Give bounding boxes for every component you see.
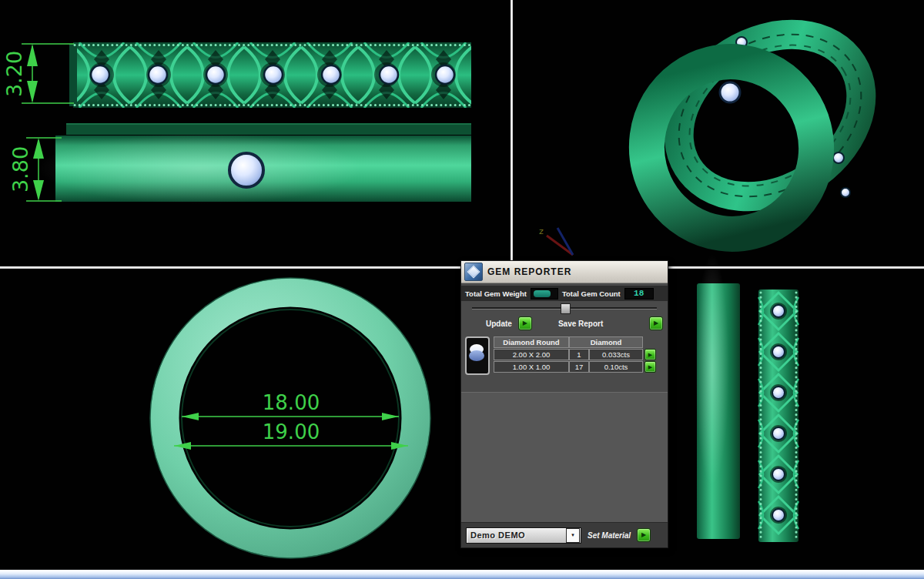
play-icon: ▶ <box>654 320 658 326</box>
gem-table-section: Diamond Round Diamond 2.00 X 2.00 1 0.03… <box>461 333 668 387</box>
total-gem-weight-value <box>531 288 558 300</box>
cad-workspace: 3.20 3.80 <box>0 0 924 579</box>
gem-table: Diamond Round Diamond 2.00 X 2.00 1 0.03… <box>494 336 664 387</box>
count-value-text: 18 <box>634 289 644 298</box>
total-gem-count-value: 18 <box>624 288 654 300</box>
dialog-empty-area <box>461 392 668 522</box>
column-header-material[interactable]: Diamond <box>569 336 643 348</box>
gem-slider <box>472 303 657 313</box>
dialog-title: GEM REPORTER <box>487 266 571 277</box>
material-dropdown[interactable]: Demo DEMO ▼ <box>466 527 581 544</box>
gem-row-size[interactable]: 1.00 X 1.00 <box>494 361 569 373</box>
gem-row-weight[interactable]: 0.033cts <box>589 349 643 360</box>
actions-row: Update ▶ Save Report ▶ <box>461 313 668 333</box>
slider-handle[interactable] <box>561 303 571 314</box>
gem-reporter-dialog: GEM REPORTER Total Gem Weight Total Gem … <box>460 260 668 548</box>
viewport-splitter-vertical[interactable] <box>511 0 513 267</box>
weight-value-pill <box>534 290 551 297</box>
play-icon: ▶ <box>641 532 646 538</box>
gem-row-size[interactable]: 2.00 X 2.00 <box>494 349 569 360</box>
taskbar-edge-strip <box>0 570 924 579</box>
viewport-top[interactable] <box>0 269 460 570</box>
header-button-spacer <box>643 336 656 348</box>
play-icon: ▶ <box>523 320 527 326</box>
dialog-titlebar[interactable]: GEM REPORTER <box>461 261 668 283</box>
gem-body <box>469 350 484 361</box>
total-gem-weight-label: Total Gem Weight <box>465 290 527 298</box>
update-label: Update <box>486 320 512 328</box>
set-material-label: Set Material <box>588 531 631 540</box>
gem-row-count[interactable]: 17 <box>569 361 589 373</box>
viewport-front[interactable] <box>0 0 511 266</box>
gem-row-select-button[interactable]: ▶ <box>644 361 656 373</box>
material-dropdown-value: Demo DEMO <box>467 530 566 540</box>
set-material-run-button[interactable]: ▶ <box>637 528 651 542</box>
viewport-perspective[interactable] <box>513 0 924 266</box>
dropdown-arrow-icon[interactable]: ▼ <box>566 528 580 543</box>
column-header-cut[interactable]: Diamond Round <box>494 336 569 348</box>
save-report-label: Save Report <box>558 320 603 328</box>
play-icon: ▶ <box>648 364 652 370</box>
gem-row-weight[interactable]: 0.10cts <box>589 361 643 373</box>
gem-row-count[interactable]: 1 <box>569 349 589 360</box>
gem-preview-image <box>465 336 490 375</box>
viewport-side[interactable] <box>668 269 924 570</box>
totals-row: Total Gem Weight Total Gem Count 18 <box>461 286 668 301</box>
material-bar: Demo DEMO ▼ Set Material ▶ <box>461 522 668 547</box>
gem-reporter-icon <box>464 263 483 281</box>
update-run-button[interactable]: ▶ <box>518 316 532 330</box>
save-report-run-button[interactable]: ▶ <box>649 316 663 330</box>
gem-row-select-button[interactable]: ▶ <box>644 349 656 360</box>
play-icon: ▶ <box>648 352 652 357</box>
total-gem-count-label: Total Gem Count <box>562 290 621 298</box>
